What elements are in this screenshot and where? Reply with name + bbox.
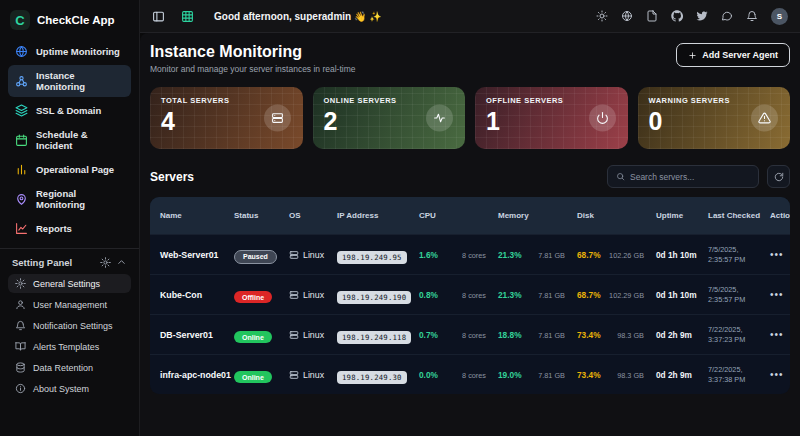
os-label: Linux (303, 370, 324, 380)
server-name: Kube-Con (160, 290, 234, 300)
sidebar-item-label: Alerts Templates (33, 342, 99, 352)
header-actions: S (596, 8, 788, 25)
calendar-icon (15, 134, 28, 147)
server-row[interactable]: infra-apc-node01 Online Linux 198.19.249… (150, 354, 790, 394)
last-checked: 7/5/2025,2:35:57 PM (708, 285, 770, 305)
github-icon[interactable] (671, 10, 683, 22)
disk-total: 102.26 GB (609, 251, 644, 260)
app-logo-icon: C (10, 10, 30, 30)
cpu-cores: 8 cores (462, 371, 486, 380)
cpu-metric: 1.6%8 cores (419, 250, 498, 260)
app-logo[interactable]: C CheckCle App (8, 8, 131, 40)
memory-total: 7.81 GB (538, 251, 565, 260)
server-row[interactable]: Kube-Con Offline Linux 198.19.249.190 0.… (150, 274, 790, 314)
last-checked: 7/22/2025,3:37:23 PM (708, 325, 770, 345)
disk-total: 102.29 GB (609, 291, 644, 300)
memory-total: 7.81 GB (538, 371, 565, 380)
plus-icon (688, 51, 697, 60)
top-header: Good afternoon, superadmin 👋 ✨ S (140, 0, 800, 33)
sidebar-item-uptime-monitoring[interactable]: Uptime Monitoring (8, 40, 131, 63)
server-row[interactable]: Web-Server01 Paused Linux 198.19.249.95 … (150, 234, 790, 274)
notifications-bell-icon[interactable] (746, 10, 758, 22)
setting-panel-header[interactable]: Setting Panel (8, 249, 131, 274)
cpu-percent: 0.0% (419, 370, 438, 380)
page-title: Instance Monitoring (150, 43, 356, 61)
database-icon (15, 362, 26, 373)
row-actions-button[interactable]: ••• (770, 369, 784, 380)
disk-total: 98.3 GB (617, 371, 644, 380)
col-disk: Disk (577, 211, 656, 221)
stat-card-offline-servers[interactable]: OFFLINE SERVERS 1 (475, 87, 628, 149)
sidebar-item-regional-monitoring[interactable]: Regional Monitoring (8, 183, 131, 215)
os-label: Linux (303, 290, 324, 300)
chat-icon[interactable] (721, 10, 733, 22)
sidebar-item-data-retention[interactable]: Data Retention (8, 358, 131, 377)
col-name: Name (160, 211, 234, 221)
stat-card-online-servers[interactable]: ONLINE SERVERS 2 (313, 87, 466, 149)
sidebar-item-operational-page[interactable]: Operational Page (8, 158, 131, 181)
ip-address: 198.19.249.190 (337, 291, 411, 304)
os-icon (289, 330, 299, 340)
setting-panel-label: Setting Panel (12, 257, 72, 268)
trend-chart-icon (15, 222, 28, 235)
search-box[interactable] (607, 165, 759, 188)
status-badge: Offline (234, 291, 272, 303)
cpu-percent: 0.8% (419, 290, 438, 300)
memory-percent: 21.3% (498, 250, 522, 260)
ip-address: 198.19.249.95 (337, 251, 407, 264)
sidebar-item-notification-settings[interactable]: Notification Settings (8, 316, 131, 335)
twitter-icon[interactable] (696, 10, 708, 22)
sidebar-item-general-settings[interactable]: General Settings (8, 274, 131, 293)
table-header: Name Status OS IP Address CPU Memory Dis… (150, 197, 790, 234)
server-row[interactable]: DB-Server01 Online Linux 198.19.249.118 … (150, 314, 790, 354)
cpu-metric: 0.7%8 cores (419, 330, 498, 340)
sidebar-item-schedule-incident[interactable]: Schedule & Incident (8, 124, 131, 156)
sidebar-item-ssl-domain[interactable]: SSL & Domain (8, 99, 131, 122)
sidebar-item-reports[interactable]: Reports (8, 217, 131, 240)
row-actions-button[interactable]: ••• (770, 289, 784, 300)
sidebar-item-instance-monitoring[interactable]: Instance Monitoring (8, 65, 131, 97)
sidebar-item-label: User Management (33, 300, 107, 310)
grid-icon[interactable] (181, 10, 194, 23)
row-actions-button[interactable]: ••• (770, 329, 784, 340)
activity-icon (426, 105, 453, 132)
docs-icon[interactable] (646, 10, 658, 22)
memory-metric: 21.3%7.81 GB (498, 290, 577, 300)
row-actions-button[interactable]: ••• (770, 249, 784, 260)
cpu-cores: 8 cores (462, 251, 486, 260)
stat-card-warning-servers[interactable]: WARNING SERVERS 0 (638, 87, 791, 149)
theme-sun-icon[interactable] (596, 10, 608, 22)
uptime: 0d 1h 10m (656, 290, 708, 300)
chevron-up-icon[interactable] (116, 257, 127, 268)
stat-label: OFFLINE SERVERS (486, 96, 617, 105)
sidebar-item-label: General Settings (33, 279, 100, 289)
memory-metric: 19.0%7.81 GB (498, 370, 577, 380)
uptime: 0d 2h 9m (656, 330, 708, 340)
avatar[interactable]: S (771, 8, 788, 25)
cpu-percent: 0.7% (419, 330, 438, 340)
server-name: DB-Server01 (160, 330, 234, 340)
stat-card-total-servers[interactable]: TOTAL SERVERS 4 (150, 87, 303, 149)
last-checked: 7/5/2025,2:35:57 PM (708, 245, 770, 265)
sidebar-item-alerts-templates[interactable]: Alerts Templates (8, 337, 131, 356)
language-globe-icon[interactable] (621, 10, 633, 22)
sidebar-item-about-system[interactable]: About System (8, 379, 131, 398)
status-badge: Online (234, 331, 272, 343)
sidebar-item-label: Operational Page (36, 164, 114, 175)
bell-icon (15, 320, 26, 331)
cluster-icon (15, 75, 28, 88)
gear-icon (100, 257, 111, 268)
panel-toggle-icon[interactable] (152, 10, 165, 23)
book-icon (15, 341, 26, 352)
stat-cards: TOTAL SERVERS 4 ONLINE SERVERS 2 OFFLINE… (150, 87, 790, 149)
stat-label: ONLINE SERVERS (324, 96, 455, 105)
add-server-agent-button[interactable]: Add Server Agent (676, 43, 790, 67)
servers-heading: Servers (150, 170, 194, 184)
cpu-percent: 1.6% (419, 250, 438, 260)
col-uptime: Uptime (656, 211, 708, 221)
search-icon (616, 172, 625, 181)
col-last-checked: Last Checked (708, 211, 770, 221)
sidebar-item-user-management[interactable]: User Management (8, 295, 131, 314)
search-input[interactable] (630, 172, 750, 182)
refresh-button[interactable] (767, 165, 790, 188)
